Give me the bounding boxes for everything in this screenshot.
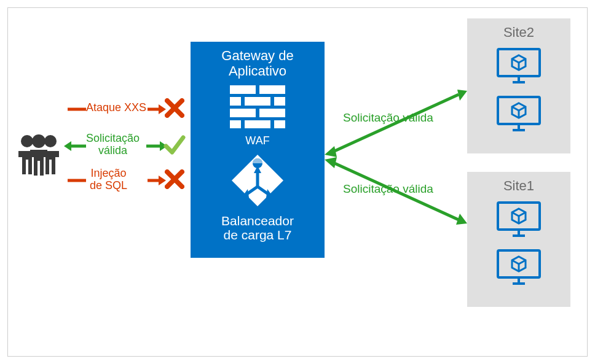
block-icon-xss [165, 98, 184, 120]
gateway-box: Gateway de Aplicativo WAF [191, 42, 325, 258]
svg-rect-22 [230, 109, 256, 117]
svg-rect-24 [230, 120, 241, 128]
site1-box: Site1 [467, 172, 570, 307]
vm-icon [467, 96, 570, 136]
svg-line-68 [519, 260, 526, 264]
svg-rect-25 [245, 120, 270, 128]
vm-icon [467, 48, 570, 88]
firewall-icon [191, 85, 325, 131]
svg-rect-20 [245, 97, 270, 106]
svg-line-60 [512, 212, 519, 216]
svg-rect-18 [259, 85, 285, 94]
svg-point-2 [44, 135, 57, 147]
svg-line-46 [512, 59, 519, 63]
xss-attack-label: Ataque XXS [86, 102, 146, 114]
svg-rect-17 [230, 85, 256, 94]
site2-title: Site2 [467, 25, 570, 41]
svg-rect-26 [274, 120, 285, 128]
valid-request-label-site1: Solicitação válida [343, 183, 433, 196]
svg-rect-19 [230, 97, 241, 106]
svg-marker-40 [325, 157, 337, 168]
svg-line-47 [519, 59, 526, 63]
svg-marker-36 [457, 90, 467, 101]
svg-point-0 [21, 135, 33, 147]
site1-title: Site1 [467, 178, 570, 194]
gateway-title: Gateway de Aplicativo [191, 48, 325, 79]
svg-point-1 [32, 134, 45, 148]
svg-rect-21 [274, 97, 285, 106]
vm-icon [467, 249, 570, 290]
load-balancer-label: Balanceador de carga L7 [191, 214, 325, 242]
svg-line-53 [512, 107, 519, 110]
users-icon [15, 133, 63, 177]
svg-line-54 [519, 107, 526, 110]
svg-line-61 [519, 212, 526, 216]
valid-request-label-left: Solicitação válida [86, 133, 140, 157]
check-icon [164, 134, 186, 158]
waf-label: WAF [191, 134, 325, 147]
valid-request-label-site2: Solicitação válida [343, 112, 433, 125]
block-icon-sql [165, 169, 184, 192]
svg-rect-23 [259, 109, 285, 117]
site2-box: Site2 [467, 18, 570, 153]
vm-icon [467, 201, 570, 242]
svg-line-67 [512, 260, 519, 264]
load-balancer-icon [191, 153, 325, 210]
sql-injection-label: Injeção de SQL [90, 168, 127, 192]
